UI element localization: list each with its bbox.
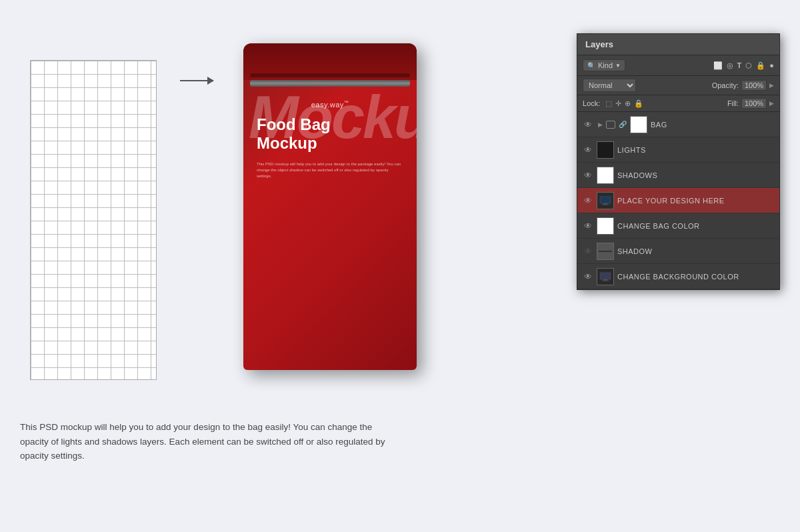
layer-thumbnail	[597, 141, 614, 159]
layers-title: Layers	[585, 39, 613, 49]
svg-rect-10	[602, 280, 609, 281]
lock-pixels-icon[interactable]: ⬚	[605, 99, 612, 108]
visibility-icon[interactable]: 👁	[583, 246, 593, 257]
svg-rect-3	[603, 203, 607, 205]
red-bag-container: easy.way™ Food Bag Mockup This PSD mocku…	[227, 33, 433, 380]
bag-body: easy.way™ Food Bag Mockup This PSD mocku…	[243, 87, 417, 189]
svg-rect-9	[603, 279, 607, 281]
filter-text-icon[interactable]: T	[737, 61, 742, 70]
fill-area: Fill: ▶	[727, 98, 774, 109]
arrow-container	[167, 80, 227, 81]
lock-label: Lock:	[583, 99, 600, 107]
svg-rect-8	[600, 273, 611, 279]
fill-input[interactable]	[741, 98, 767, 109]
layer-item[interactable]: 👁 CHANGE BAG COLOR	[577, 213, 779, 239]
svg-rect-2	[600, 197, 611, 203]
layer-item[interactable]: 👁 LIGHTS	[577, 137, 779, 163]
layer-item[interactable]: 👁 ▶ 🔗 BAG	[577, 112, 779, 137]
layer-name: PLACE YOUR DESIGN HERE	[617, 197, 774, 205]
lock-icons: ⬚ ✛ ⊕ 🔒	[605, 99, 643, 108]
link-icon: 🔗	[619, 121, 627, 128]
lock-move-icon[interactable]: ⊕	[625, 99, 631, 108]
lock-position-icon[interactable]: ✛	[615, 99, 621, 108]
layer-thumbnail	[597, 167, 614, 184]
red-bag: easy.way™ Food Bag Mockup This PSD mocku…	[243, 43, 417, 370]
description-text: This PSD mockup will help you to add you…	[20, 420, 393, 463]
filter-kind-dropdown[interactable]: 🔍 Kind ▼	[583, 59, 625, 71]
filter-kind-label: Kind	[598, 61, 613, 69]
layer-thumbnail	[597, 268, 614, 285]
bag-zipper	[250, 80, 410, 87]
layer-item[interactable]: 👁 SHADOW	[577, 239, 779, 264]
layer-name: SHADOWS	[617, 171, 774, 179]
svg-rect-0	[599, 145, 612, 155]
visibility-icon[interactable]: 👁	[583, 170, 593, 181]
flat-bag-container	[20, 47, 167, 393]
fill-arrow-icon: ▶	[769, 100, 774, 107]
layer-thumbnail	[597, 192, 614, 209]
panel-filter-icons: ⬜ ◎ T ⬡ 🔒 ●	[713, 61, 774, 70]
layer-name: CHANGE BACKGROUND COLOR	[617, 273, 774, 281]
visibility-icon[interactable]: 👁	[583, 145, 593, 155]
visibility-icon[interactable]: 👁	[583, 119, 593, 130]
blend-opacity-row: Normal Multiply Screen Overlay Opacity: …	[577, 76, 779, 95]
layer-thumbnail	[597, 217, 614, 235]
expand-icon: ▶	[598, 121, 603, 128]
layer-name: CHANGE BAG COLOR	[617, 222, 774, 230]
filter-dot-icon[interactable]: ●	[769, 61, 774, 70]
layers-list: 👁 ▶ 🔗 BAG 👁 LIGHTS 👁	[577, 112, 779, 289]
opacity-arrow-icon: ▶	[769, 82, 774, 89]
layer-name: SHADOW	[617, 247, 774, 255]
visibility-icon[interactable]: 👁	[583, 271, 593, 282]
filter-shape-icon[interactable]: ⬡	[745, 61, 752, 70]
grid-overlay	[31, 61, 156, 379]
arrow-icon	[180, 80, 213, 81]
layer-item[interactable]: 👁 PLACE YOUR DESIGN HERE	[577, 188, 779, 213]
layer-item[interactable]: 👁 CHANGE BACKGROUND COLOR	[577, 264, 779, 289]
fill-label: Fill:	[727, 99, 739, 107]
filter-adjust-icon[interactable]: ◎	[727, 61, 733, 70]
layer-thumbnail	[630, 116, 647, 133]
brand-logo: easy.way™	[257, 100, 403, 109]
blend-mode-select[interactable]: Normal Multiply Screen Overlay	[583, 79, 636, 92]
filter-smart-icon[interactable]: 🔒	[756, 61, 765, 70]
opacity-label: Opacity:	[712, 81, 739, 89]
lock-fill-row: Lock: ⬚ ✛ ⊕ 🔒 Fill: ▶	[577, 95, 779, 112]
filter-toolbar: 🔍 Kind ▼ ⬜ ◎ T ⬡ 🔒 ●	[577, 55, 779, 76]
layers-panel-header: Layers	[577, 34, 779, 55]
layer-name: BAG	[651, 121, 774, 129]
opacity-input[interactable]	[741, 80, 767, 91]
bag-top-seal	[243, 43, 417, 80]
search-icon: 🔍	[587, 62, 595, 69]
flat-bag	[30, 60, 157, 380]
opacity-area: Opacity: ▶	[712, 80, 774, 91]
svg-rect-6	[599, 251, 612, 252]
layers-panel: Layers 🔍 Kind ▼ ⬜ ◎ T ⬡ 🔒 ●	[577, 33, 780, 290]
group-icon	[606, 121, 615, 129]
visibility-icon[interactable]: 👁	[583, 221, 593, 231]
layer-item[interactable]: 👁 SHADOWS	[577, 163, 779, 188]
canvas-area: easy.way™ Food Bag Mockup This PSD mocku…	[0, 0, 800, 407]
lock-all-icon[interactable]: 🔒	[634, 99, 643, 108]
description-section: This PSD mockup will help you to add you…	[0, 407, 413, 477]
svg-rect-4	[602, 204, 609, 205]
chevron-down-icon: ▼	[615, 63, 621, 69]
layer-name: LIGHTS	[617, 146, 774, 154]
main-content: easy.way™ Food Bag Mockup This PSD mocku…	[0, 0, 800, 532]
bag-title: Food Bag Mockup	[257, 115, 403, 154]
filter-pixel-icon[interactable]: ⬜	[713, 61, 723, 70]
layer-thumbnail	[597, 243, 614, 260]
visibility-icon[interactable]: 👁	[583, 195, 593, 206]
bag-description: This PSD mockup will help you to add you…	[257, 161, 403, 179]
